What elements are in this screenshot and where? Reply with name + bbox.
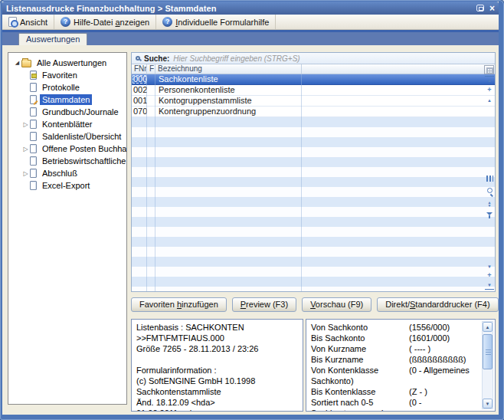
tree-node-icon <box>30 95 37 104</box>
toolbar-button-label: Individuelle Formularhilfe <box>175 18 269 27</box>
step-up-icon[interactable]: ▲ <box>485 97 494 105</box>
toolbar-button-icon <box>8 17 17 27</box>
action-button[interactable]: Favoriten hinzufügen <box>131 297 227 312</box>
toolbar-button-label: Hilfe-Datei anzeigen <box>74 18 149 27</box>
tree-item[interactable]: Offene Posten Buchhaltung <box>8 143 126 155</box>
tree-node-icon <box>21 60 31 67</box>
move-icon[interactable]: + <box>485 272 494 281</box>
tree-item-label: Stammdaten <box>40 94 92 105</box>
step-down-icon[interactable]: ▼ <box>485 263 494 271</box>
tree-node-icon <box>30 83 37 92</box>
scroll-up-icon[interactable]: ▲ <box>483 322 493 332</box>
toolbar: Ansicht Hilfe-Datei anzeigen Individuell… <box>2 15 499 30</box>
info-row: Sachkontonummer) <box>311 408 479 412</box>
expander-icon[interactable] <box>21 121 30 128</box>
filter-icon[interactable] <box>485 212 494 220</box>
tree-item[interactable]: Excel-Export <box>8 179 126 192</box>
expander-icon[interactable] <box>21 146 30 153</box>
toolbar-button-label: Ansicht <box>20 18 47 27</box>
toolbar-button[interactable]: Ansicht <box>2 15 54 29</box>
table-row[interactable]: 070 Kontengruppenzuordnung <box>132 107 495 117</box>
tree-node-icon <box>30 181 37 190</box>
title-bar[interactable]: Listenausdrucke Finanzbuchhaltung > Stam… <box>2 2 499 15</box>
column-header-f[interactable]: F <box>147 64 155 74</box>
restore-icon[interactable] <box>476 5 484 11</box>
move-icon[interactable]: + <box>485 87 494 95</box>
cell-bezeichnung: Sachkontenliste <box>155 74 302 84</box>
search-bar[interactable]: Suche: Hier Suchbegriff eingeben (STRG+S… <box>132 53 495 64</box>
grid-body: 000 Sachkontenliste 002 Personenkontenli… <box>132 74 495 291</box>
report-grid: Suche: Hier Suchbegriff eingeben (STRG+S… <box>131 52 496 292</box>
tree-item[interactable]: Betriebswirtschaftliche Auswertungen <box>8 155 126 167</box>
toolbar-button[interactable]: Hilfe-Datei anzeigen <box>54 15 156 29</box>
cell-bezeichnung: Personenkontenliste <box>155 85 302 95</box>
info-line: Formularinformation : <box>136 365 298 376</box>
scroll-top-icon[interactable]: ▲ <box>485 76 494 84</box>
info-line: Größe 7265 - 28.11.2013 / 23:26 <box>136 343 298 354</box>
titlebar-controls: × <box>476 5 495 12</box>
action-button[interactable]: Direkt/Standarddrucker (F4) <box>377 297 498 312</box>
column-separator <box>155 74 155 291</box>
close-icon[interactable]: × <box>489 5 495 12</box>
search-label: Suche: <box>144 54 169 63</box>
tab-strip: Auswertungen <box>2 32 499 45</box>
cell-fnr: 002 <box>132 85 147 95</box>
info-row: Bis Kontenklasse (Z - ) <box>311 386 479 397</box>
columns-icon[interactable] <box>485 176 494 182</box>
tree-item[interactable]: Alle Auswertungen <box>8 57 126 69</box>
column-separator <box>146 74 147 291</box>
tree-item-label: Betriebswirtschaftliche Auswertungen <box>40 156 127 166</box>
scrollbar[interactable]: ▲ ▼ <box>482 321 493 409</box>
action-button-row: Favoriten hinzufügen Preview (F3) Vorsch… <box>131 296 499 313</box>
expander-icon[interactable] <box>21 170 30 177</box>
table-row[interactable]: 000 Sachkontenliste <box>132 74 495 85</box>
column-chooser-icon[interactable] <box>484 65 494 74</box>
tree-node-icon <box>30 107 37 116</box>
search-icon[interactable] <box>485 188 494 195</box>
column-separator <box>301 74 302 291</box>
tree-node-icon <box>30 144 37 153</box>
tree-item[interactable]: Grundbuch/Journale <box>8 106 126 118</box>
tree-item[interactable]: Protokolle <box>8 81 126 94</box>
info-label: Bis Kontenklasse <box>311 386 409 397</box>
search-icon <box>136 56 140 61</box>
table-row[interactable]: 002 Personenkontenliste <box>132 85 495 96</box>
sort-icon[interactable]: ▲▼ <box>485 201 494 209</box>
scroll-down-icon[interactable]: ▼ <box>483 399 493 409</box>
info-value <box>409 408 479 412</box>
scroll-bottom-icon[interactable]: ▼ <box>485 281 494 290</box>
tree-item[interactable]: Favoriten <box>8 69 126 81</box>
window-inner: Listenausdrucke Finanzbuchhaltung > Stam… <box>2 2 499 415</box>
tab-auswertungen[interactable]: Auswertungen <box>18 33 87 45</box>
action-button[interactable]: Preview (F3) <box>232 297 296 312</box>
tree-item-label: Alle Auswertungen <box>34 57 109 68</box>
cell-empty <box>302 85 495 95</box>
expander-icon[interactable] <box>13 60 21 66</box>
table-row[interactable]: 001 Kontogruppenstammliste <box>132 96 495 107</box>
tree-item[interactable]: Stammdaten <box>8 94 126 106</box>
info-row: Bis Sachkonto (1601/000) <box>311 333 479 343</box>
info-row: Von Sachkonto (1556/000) <box>311 322 479 333</box>
scrollbar-thumb[interactable] <box>483 334 493 369</box>
window-title: Listenausdrucke Finanzbuchhaltung > Stam… <box>6 4 476 13</box>
tree-item-label: Excel-Export <box>40 180 92 191</box>
column-header-empty <box>302 64 495 74</box>
toolbar-button-icon <box>61 17 70 27</box>
toolbar-button[interactable]: Individuelle Formularhilfe <box>156 15 276 29</box>
tree-item-label: Favoriten <box>40 70 80 80</box>
tree-item[interactable]: Abschluß <box>8 167 126 179</box>
cell-fnr: 001 <box>132 96 147 106</box>
tree-node-icon <box>30 120 37 129</box>
column-header-fnr[interactable]: FNr <box>132 64 147 74</box>
info-label: Von Kurzname <box>311 343 409 354</box>
tree-item[interactable]: Saldenliste/Übersicht <box>8 130 126 143</box>
tree-item[interactable]: Kontenblätter <box>8 118 126 130</box>
info-row: Sachkonto) <box>311 376 479 386</box>
info-row: Von Kontenklasse (0 - Allgemeines <box>311 365 479 376</box>
column-header-bezeichnung[interactable]: Bezeichnung <box>155 64 302 74</box>
info-value: (0 - <box>409 397 479 408</box>
info-label: Sachkonto) <box>311 376 409 386</box>
search-input[interactable]: Hier Suchbegriff eingeben (STRG+S) <box>173 54 299 63</box>
info-label: Von Sachkonto <box>311 322 409 333</box>
action-button[interactable]: Vorschau (F9) <box>302 297 371 312</box>
